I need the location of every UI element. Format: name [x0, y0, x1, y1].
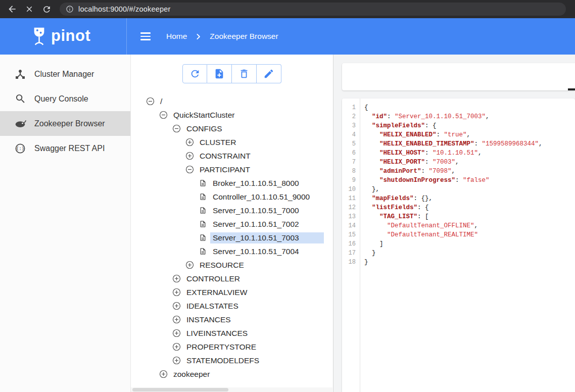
collapse-circle-icon[interactable] [145, 97, 155, 106]
editor-tabs-bar[interactable] [342, 63, 575, 90]
query-console-icon [14, 92, 27, 106]
line-number: 11 [342, 194, 356, 203]
breadcrumb: Home Zookeeper Browser [166, 32, 278, 41]
tree-node-branch[interactable]: PROPERTYSTORE [131, 340, 324, 354]
json-editor[interactable]: 123456789101112131415161718 { "id": "Ser… [342, 99, 575, 392]
tree-node-branch[interactable]: EXTERNALVIEW [131, 285, 324, 299]
tree-node-branch[interactable]: IDEALSTATES [131, 299, 324, 313]
tree-node-label: Controller_10.1.10.51_9000 [210, 191, 312, 203]
sidebar-item-label: Zookeeper Browser [34, 119, 105, 128]
horizontal-scrollbar[interactable] [131, 387, 332, 392]
breadcrumb-current: Zookeeper Browser [210, 32, 278, 41]
add-node-button[interactable] [207, 64, 232, 83]
pencil-icon [263, 68, 274, 79]
code-line: "HELIX_ENABLED": "true", [364, 130, 575, 139]
expand-circle-icon[interactable] [184, 152, 195, 161]
line-number: 10 [342, 185, 356, 194]
sidebar: Cluster Manager Query Console Zookeeper … [0, 55, 131, 392]
tree-node-leaf[interactable]: Broker_10.1.10.51_8000 [131, 176, 324, 190]
tree-node-branch[interactable]: INSTANCES [131, 313, 324, 326]
tree-node-branch[interactable]: RESOURCE [131, 258, 324, 272]
collapse-circle-icon[interactable] [184, 165, 195, 174]
stop-button[interactable] [22, 2, 36, 16]
chevron-right-icon [194, 32, 203, 41]
menu-button[interactable] [139, 31, 152, 42]
expand-circle-icon[interactable] [171, 274, 181, 283]
expand-circle-icon[interactable] [171, 288, 181, 297]
pinot-logo[interactable]: pinot [32, 27, 126, 46]
edit-node-button[interactable] [257, 64, 281, 83]
hamburger-icon [140, 32, 151, 33]
code-line: "adminPort": "7098", [364, 167, 575, 176]
sidebar-item-label: Swagger REST API [34, 144, 105, 153]
tree-node-label: CLUSTER [197, 137, 238, 148]
line-number: 5 [342, 139, 356, 149]
page-info-icon [66, 5, 74, 13]
tree-node-branch[interactable]: zookeeper [131, 367, 324, 381]
node-detail-panel: 123456789101112131415161718 { "id": "Ser… [333, 55, 575, 392]
tree-node-leaf[interactable]: Server_10.1.10.51_7002 [131, 217, 324, 231]
zk-tree: /QuickStartClusterCONFIGSCLUSTERCONSTRAI… [131, 94, 333, 381]
tree-node-label: zookeeper [171, 369, 212, 380]
expand-circle-icon[interactable] [158, 370, 168, 379]
trash-icon [238, 68, 250, 79]
scrollbar-thumb[interactable] [132, 388, 228, 391]
code-line: "listFields": { [364, 203, 575, 212]
tree-node-branch[interactable]: LIVEINSTANCES [131, 326, 324, 340]
expand-circle-icon[interactable] [184, 138, 195, 147]
tree-node-branch[interactable]: CONTROLLER [131, 272, 324, 285]
tree-node-branch[interactable]: PARTICIPANT [131, 163, 324, 176]
sidebar-item-cluster-manager[interactable]: Cluster Manager [0, 62, 130, 86]
tree-node-label: Server_10.1.10.51_7000 [210, 205, 302, 216]
tree-node-branch[interactable]: / [131, 94, 324, 108]
refresh-icon [189, 68, 201, 79]
tree-node-branch[interactable]: CLUSTER [131, 135, 324, 149]
code-line: "HELIX_ENABLED_TIMESTAMP": "159958996834… [364, 139, 575, 149]
file-icon [198, 192, 208, 202]
tree-node-leaf[interactable]: Server_10.1.10.51_7000 [131, 204, 324, 217]
header-divider [126, 18, 127, 55]
expand-circle-icon[interactable] [171, 302, 181, 311]
sidebar-item-query-console[interactable]: Query Console [0, 86, 130, 111]
breadcrumb-home[interactable]: Home [166, 32, 187, 41]
line-number: 13 [342, 212, 356, 221]
back-arrow-icon [7, 4, 17, 14]
code-line: "id": "Server_10.1.10.51_7003", [364, 112, 575, 121]
cluster-icon [14, 68, 27, 81]
tree-node-leaf[interactable]: Server_10.1.10.51_7004 [131, 244, 324, 258]
expand-circle-icon[interactable] [171, 315, 181, 324]
expand-circle-icon[interactable] [171, 342, 181, 352]
code-line: "mapFields": {}, [364, 194, 575, 203]
line-number: 2 [342, 112, 356, 121]
delete-node-button[interactable] [232, 64, 257, 83]
wine-glass-icon [32, 27, 46, 46]
tree-node-branch[interactable]: QuickStartCluster [131, 108, 324, 122]
refresh-button[interactable] [182, 64, 207, 83]
expand-circle-icon[interactable] [184, 261, 195, 270]
code-line: } [364, 258, 575, 267]
tree-node-leaf[interactable]: Controller_10.1.10.51_9000 [131, 190, 324, 204]
line-number: 6 [342, 149, 356, 158]
reload-button[interactable] [39, 2, 54, 16]
expand-circle-icon[interactable] [171, 356, 181, 365]
expand-circle-icon[interactable] [171, 329, 181, 338]
tree-node-branch[interactable]: CONFIGS [131, 122, 324, 135]
line-number: 17 [342, 249, 356, 258]
tree-node-label: / [158, 96, 165, 107]
sidebar-item-swagger-rest-api[interactable]: {:} Swagger REST API [0, 136, 130, 161]
tree-node-leaf[interactable]: Server_10.1.10.51_7003 [131, 231, 324, 244]
code-line: "DefaultTenant_OFFLINE", [364, 221, 575, 230]
line-number: 16 [342, 239, 356, 249]
collapse-circle-icon[interactable] [158, 111, 168, 120]
address-bar[interactable]: localhost:9000/#/zookeeper [60, 3, 566, 16]
tree-node-label: IDEALSTATES [184, 301, 241, 312]
sidebar-item-zookeeper-browser[interactable]: Zookeeper Browser [0, 111, 130, 136]
back-button[interactable] [5, 2, 19, 16]
line-number-gutter: 123456789101112131415161718 [342, 99, 360, 392]
zk-toolbar-button-group [182, 64, 281, 83]
tree-node-branch[interactable]: STATEMODELDEFS [131, 354, 324, 367]
collapse-circle-icon[interactable] [171, 124, 181, 133]
line-number: 1 [342, 103, 356, 112]
code-line: } [364, 249, 575, 258]
tree-node-branch[interactable]: CONSTRAINT [131, 149, 324, 163]
